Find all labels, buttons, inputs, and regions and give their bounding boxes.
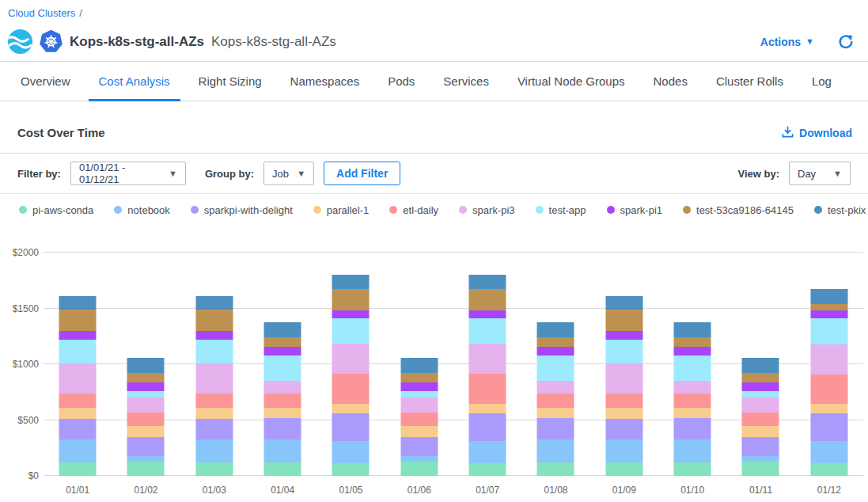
bar-segment-sparkpi-with-delight[interactable] [605, 419, 642, 439]
bar-segment-test-53ca9186-64145[interactable] [674, 337, 711, 347]
stacked-bar-01-02[interactable] [127, 358, 165, 476]
bar-segment-test-53ca9186-64145[interactable] [400, 373, 438, 382]
bar-segment-sparkpi-with-delight[interactable] [742, 437, 779, 456]
bar-segment-test-app[interactable] [195, 340, 233, 363]
bar-segment-sparkpi-with-delight[interactable] [264, 418, 301, 439]
bar-segment-sparkpi-with-delight[interactable] [59, 419, 97, 439]
bar-segment-pi-aws-conda[interactable] [469, 463, 506, 476]
stacked-bar-01-12[interactable] [810, 289, 847, 476]
bar-segment-notebook[interactable] [264, 439, 301, 463]
bar-segment-notebook[interactable] [127, 456, 165, 462]
bar-segment-pi-aws-conda[interactable] [127, 462, 165, 476]
bar-segment-parallel-1[interactable] [742, 426, 779, 437]
stacked-bar-01-08[interactable] [537, 322, 574, 476]
stacked-bar-01-05[interactable] [332, 275, 370, 476]
bar-segment-spark-pi1[interactable] [332, 310, 370, 318]
bar-segment-parallel-1[interactable] [59, 408, 97, 419]
bar-segment-spark-pi1[interactable] [605, 331, 642, 340]
legend-item-test-pkix[interactable]: test-pkix [814, 204, 866, 216]
bar-segment-test-53ca9186-64145[interactable] [59, 310, 97, 332]
bar-segment-parallel-1[interactable] [810, 404, 847, 413]
bar-segment-notebook[interactable] [469, 441, 506, 463]
bar-segment-etl-daily[interactable] [59, 394, 97, 408]
bar-segment-spark-pi1[interactable] [742, 382, 779, 391]
bar-segment-test-app[interactable] [400, 391, 438, 397]
tab-services[interactable]: Services [433, 74, 499, 101]
legend-item-test-app[interactable]: test-app [536, 204, 586, 216]
bar-segment-test-53ca9186-64145[interactable] [195, 310, 233, 332]
bar-segment-test-pkix[interactable] [537, 322, 574, 337]
bar-segment-spark-pi1[interactable] [469, 310, 506, 318]
bar-segment-spark-pi3[interactable] [605, 363, 642, 394]
bar-segment-spark-pi3[interactable] [264, 381, 301, 394]
tab-namespaces[interactable]: Namespaces [280, 74, 370, 101]
bar-segment-test-app[interactable] [264, 356, 301, 381]
bar-segment-parallel-1[interactable] [605, 408, 642, 419]
tab-log[interactable]: Log [802, 74, 842, 101]
bar-segment-notebook[interactable] [332, 441, 370, 463]
bar-segment-test-pkix[interactable] [674, 322, 711, 337]
bar-segment-etl-daily[interactable] [400, 413, 438, 426]
bar-segment-pi-aws-conda[interactable] [195, 462, 233, 476]
bar-segment-pi-aws-conda[interactable] [742, 462, 779, 476]
bar-segment-spark-pi3[interactable] [195, 363, 233, 394]
view-by-select[interactable]: Day ▼ [789, 162, 851, 185]
bar-segment-parallel-1[interactable] [127, 426, 165, 437]
bar-segment-parallel-1[interactable] [195, 408, 233, 419]
stacked-bar-01-03[interactable] [195, 296, 233, 476]
bar-segment-spark-pi3[interactable] [332, 344, 370, 374]
bar-segment-etl-daily[interactable] [264, 394, 301, 408]
bar-segment-spark-pi3[interactable] [537, 381, 574, 394]
bar-segment-spark-pi3[interactable] [674, 381, 711, 394]
tab-virtual-node-groups[interactable]: Virtual Node Groups [507, 74, 635, 101]
add-filter-button[interactable]: Add Filter [324, 162, 400, 185]
bar-segment-test-53ca9186-64145[interactable] [742, 373, 779, 382]
stacked-bar-01-09[interactable] [605, 296, 642, 476]
legend-item-sparkpi-with-delight[interactable]: sparkpi-with-delight [191, 204, 293, 216]
bar-segment-etl-daily[interactable] [742, 413, 779, 426]
bar-segment-parallel-1[interactable] [400, 426, 438, 437]
bar-segment-spark-pi1[interactable] [264, 347, 301, 356]
bar-segment-test-53ca9186-64145[interactable] [537, 337, 574, 347]
bar-segment-spark-pi3[interactable] [810, 344, 847, 375]
stacked-bar-01-01[interactable] [59, 296, 97, 476]
bar-segment-test-53ca9186-64145[interactable] [264, 337, 301, 347]
bar-segment-pi-aws-conda[interactable] [332, 463, 370, 476]
bar-segment-pi-aws-conda[interactable] [674, 462, 711, 476]
bar-segment-test-pkix[interactable] [264, 322, 301, 337]
bar-segment-spark-pi1[interactable] [674, 347, 711, 356]
bar-segment-spark-pi3[interactable] [400, 397, 438, 413]
bar-segment-spark-pi3[interactable] [127, 397, 165, 413]
bar-segment-etl-daily[interactable] [810, 375, 847, 404]
actions-button[interactable]: Actions ▼ [760, 36, 814, 48]
legend-item-parallel-1[interactable]: parallel-1 [313, 204, 369, 216]
bar-segment-notebook[interactable] [810, 441, 847, 463]
bar-segment-notebook[interactable] [400, 456, 438, 462]
bar-segment-test-app[interactable] [127, 391, 165, 397]
bar-segment-pi-aws-conda[interactable] [59, 462, 97, 476]
bar-segment-sparkpi-with-delight[interactable] [537, 418, 574, 439]
bar-segment-spark-pi1[interactable] [59, 331, 97, 340]
bar-segment-sparkpi-with-delight[interactable] [674, 418, 711, 439]
bar-segment-sparkpi-with-delight[interactable] [469, 413, 506, 441]
bar-segment-parallel-1[interactable] [332, 404, 370, 413]
stacked-bar-01-11[interactable] [742, 358, 779, 476]
bar-segment-pi-aws-conda[interactable] [810, 463, 847, 476]
download-button[interactable]: Download [782, 126, 852, 140]
bar-segment-test-pkix[interactable] [400, 358, 438, 373]
bar-segment-test-pkix[interactable] [195, 296, 233, 310]
bar-segment-notebook[interactable] [59, 439, 97, 463]
bar-segment-sparkpi-with-delight[interactable] [400, 437, 438, 456]
refresh-icon[interactable] [838, 34, 854, 50]
bar-segment-spark-pi1[interactable] [810, 310, 847, 318]
tab-pods[interactable]: Pods [377, 74, 425, 101]
bar-segment-parallel-1[interactable] [674, 408, 711, 418]
bar-segment-etl-daily[interactable] [537, 394, 574, 408]
tab-cost-analysis[interactable]: Cost Analysis [89, 74, 180, 101]
bar-segment-test-pkix[interactable] [810, 289, 847, 304]
stacked-bar-01-04[interactable] [264, 322, 301, 476]
legend-item-notebook[interactable]: notebook [114, 204, 170, 216]
bar-segment-pi-aws-conda[interactable] [400, 462, 438, 476]
bar-segment-etl-daily[interactable] [674, 394, 711, 408]
bar-segment-spark-pi3[interactable] [59, 363, 97, 394]
